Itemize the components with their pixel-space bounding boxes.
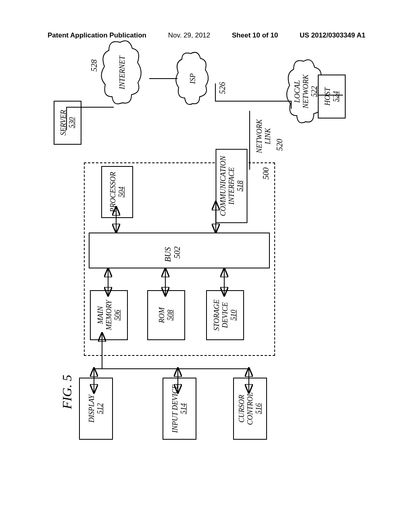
figure-area: FIG. 5 DISPLAY 512 INPUT DEVICE 514 CURS… (48, 54, 366, 457)
network-link-label: NETWORK LINK (255, 119, 272, 153)
host-box: HOST 524 (318, 75, 346, 118)
internet-ref: 528 (90, 60, 99, 72)
rom-box: ROM 508 (147, 290, 185, 340)
header-sheet: Sheet 10 of 10 (232, 31, 278, 39)
communication-interface-box: COMMUNICATION INTERFACE 518 (216, 149, 248, 223)
bus-label: BUS (163, 247, 173, 262)
header-date: Nov. 29, 2012 (168, 31, 211, 39)
storage-device-box: STORAGE DEVICE 510 (206, 290, 244, 340)
input-device-box: INPUT DEVICE 514 (163, 378, 196, 440)
isp-cloud: ISP (175, 50, 211, 107)
isp-ref: 526 (218, 82, 227, 94)
display-box: DISPLAY 512 (79, 378, 113, 440)
network-link-ref: 520 (275, 139, 284, 151)
internet-cloud: INTERNET (100, 38, 144, 107)
bus-ref: 502 (173, 247, 182, 259)
page-header: Patent Application Publication Nov. 29, … (0, 0, 413, 44)
header-pub: US 2012/0303349 A1 (300, 31, 365, 39)
figure-label: FIG. 5 (60, 375, 75, 409)
cursor-control-box: CURSOR CONTROL 516 (233, 378, 267, 440)
system-ref: 500 (261, 168, 271, 180)
main-memory-box: MAIN MEMORY 506 (90, 290, 128, 340)
processor-box: PROCESSOR 504 (101, 166, 133, 218)
